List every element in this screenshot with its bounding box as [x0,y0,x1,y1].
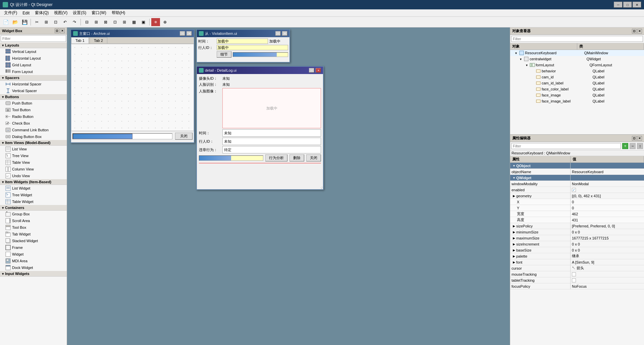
minimumsize-expand[interactable]: ▶ [512,230,516,234]
widget-item-dialog-button-box[interactable]: Dialog Button Box [0,133,67,140]
widget-item-tree-view[interactable]: Tree View [0,152,67,159]
widget-item-column-view[interactable]: Column View [0,166,67,172]
view-button[interactable]: ⊕ [161,18,169,26]
maximumsize-expand[interactable]: ▶ [512,236,516,240]
widget-item-horizontal-layout[interactable]: Horizontal Layout [0,55,67,62]
layout5-button[interactable]: ⊞ [120,18,129,26]
widget-item-stacked-widget[interactable]: Stacked Widget [0,237,67,244]
widget-box-filter-input[interactable] [1,35,66,42]
violation-close-button[interactable]: ✕ [282,31,287,36]
menu-settings[interactable]: 设置(S) [70,9,89,16]
detail-personid-input[interactable] [222,138,321,145]
detail-delete-btn[interactable]: 删除 [289,154,304,161]
archive-close-button[interactable]: ✕ [186,31,192,36]
tablettracking-checkbox[interactable] [572,278,576,282]
archive-tab-1[interactable]: Tab 1 [71,37,89,44]
property-sort-btn[interactable]: ↕ [637,143,643,149]
property-editor-close-btn[interactable]: ✕ [637,136,642,141]
menu-form[interactable]: 窗体(Q) [32,9,51,16]
menu-window[interactable]: 窗口(W) [89,9,109,16]
tree-item-face-image-label[interactable]: face_image_label QLabel [510,98,644,104]
layout2-button[interactable]: ⊞ [92,18,101,26]
widget-item-tool-box[interactable]: Tool Box [0,224,67,231]
detail-resize-handle[interactable] [320,186,323,189]
widget-item-push-button[interactable]: Push Button [0,100,67,107]
redo2-button[interactable]: ↷ [70,18,79,26]
close-button[interactable]: ✕ [633,2,641,8]
widget-item-frame[interactable]: Frame [0,244,67,251]
preview-button[interactable]: ⊗ [151,18,160,26]
qobject-expand[interactable]: ▾ [512,164,516,167]
category-input-widgets[interactable]: Input Widgets [0,271,67,277]
expand-formlayout[interactable]: ▾ [524,63,529,67]
object-inspector-close-btn[interactable]: ✕ [637,29,642,33]
widget-item-vertical-spacer[interactable]: Vertical Spacer [0,87,67,94]
widget-item-widget[interactable]: Widget [0,251,67,258]
tree-item-behavior[interactable]: behavior QLabel [510,68,644,74]
layout3-button[interactable]: ⊠ [101,18,110,26]
save-button[interactable]: 💾 [20,18,29,26]
pin-button[interactable]: ⊡ [51,18,60,26]
widget-box-float-button[interactable]: ⊡ [55,28,59,33]
detail-violation-input[interactable] [222,146,321,153]
category-containers[interactable]: Containers [0,205,67,211]
sizeincrement-expand[interactable]: ▶ [512,243,516,246]
widget-item-undo-view[interactable]: ↩ Undo View [0,172,67,179]
menu-file[interactable]: 文件(F) [1,9,20,16]
detail-close-btn[interactable]: 关闭 [306,154,321,161]
tree-item-face-color-label[interactable]: face_color_label QLabel [510,86,644,92]
tree-item-resourcekeyboard[interactable]: ▾ ResourceKeyboard QMainWindow [510,50,644,56]
sizepolicy-expand[interactable]: ▶ [512,224,516,228]
widget-item-vertical-layout[interactable]: Vertical Layout [0,48,67,55]
layout6-button[interactable]: ▦ [129,18,138,26]
object-inspector-float-btn[interactable]: ⊡ [632,29,637,33]
geometry-expand[interactable]: ▶ [512,194,516,198]
archive-tab-2[interactable]: Tab 2 [90,37,107,44]
redo-button[interactable]: ⊞ [42,18,51,26]
property-remove-btn[interactable]: − [630,143,636,149]
object-inspector-filter-input[interactable] [511,36,643,42]
widget-item-table-view[interactable]: Table View [0,159,67,166]
violation-minimize-button[interactable]: ─ [275,31,281,36]
widget-box-close-button[interactable]: ✕ [60,28,65,33]
layout4-button[interactable]: ⊡ [111,18,119,26]
widget-item-table-widget[interactable]: Table Widget [0,198,67,205]
property-editor-filter-input[interactable] [511,143,621,149]
widget-item-dock-widget[interactable]: Dock Widget [0,264,67,271]
new-button[interactable]: 📄 [1,18,10,26]
expand-resourcekeyboard[interactable]: ▾ [514,51,518,55]
menu-edit[interactable]: Edit [20,10,32,16]
property-add-btn[interactable]: + [622,143,628,149]
category-item-views[interactable]: Item Views (Model-Based) [0,140,67,146]
widget-item-horizontal-spacer[interactable]: Horizontal Spacer [0,81,67,87]
undo2-button[interactable]: ↶ [61,18,69,26]
widget-item-tree-widget[interactable]: Tree Widget [0,192,67,198]
category-buttons[interactable]: Buttons [0,94,67,100]
category-item-widgets[interactable]: Item Widgets (Item-Based) [0,179,67,185]
widget-item-command-link-button[interactable]: → Command Link Button [0,127,67,133]
detail-close-button[interactable]: ✕ [316,68,321,73]
widget-item-mdi-area[interactable]: MDI Area [0,258,67,264]
tree-item-face-image[interactable]: face_image QLabel [510,92,644,98]
archive-minimize-button[interactable]: ─ [180,31,185,36]
property-editor-float-btn[interactable]: ⊡ [632,136,637,141]
widget-item-scroll-area[interactable]: Scroll Area [0,217,67,224]
widget-item-radio-button[interactable]: Radio Button [0,113,67,120]
detail-time-input[interactable] [222,129,321,137]
widget-item-tab-widget[interactable]: Tab Widget [0,231,67,237]
category-layouts[interactable]: Layouts [0,43,67,48]
tree-item-cam-id-label[interactable]: cam_id_label QLabel [510,80,644,86]
detail-analyze-btn[interactable]: 行为分析 [265,154,287,161]
violation-detail-btn[interactable]: 细节 [217,51,231,58]
expand-centralwidget[interactable]: ▾ [518,57,523,61]
font-expand[interactable]: ▶ [512,261,516,264]
layout1-button[interactable]: ⊟ [83,18,91,26]
open-button[interactable]: 📂 [11,18,19,26]
layout7-button[interactable]: ▣ [139,18,148,26]
mousetracking-checkbox[interactable] [572,272,576,276]
minimize-button[interactable]: ─ [614,2,623,8]
tree-item-cam-id[interactable]: cam_id QLabel [510,74,644,80]
widget-item-list-view[interactable]: List View [0,146,67,152]
archive-close-btn[interactable]: 关闭 [175,133,193,140]
widget-item-check-box[interactable]: Check Box [0,120,67,127]
